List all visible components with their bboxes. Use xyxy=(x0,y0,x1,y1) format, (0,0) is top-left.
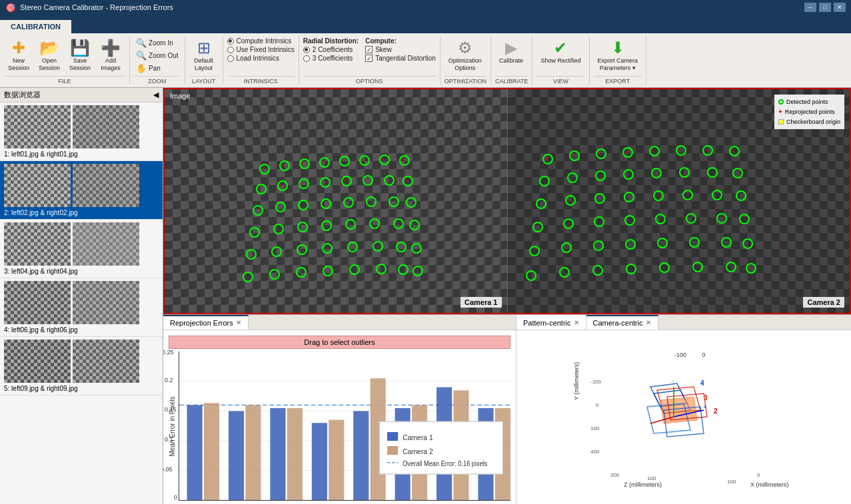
chess-pattern-1r xyxy=(73,105,139,148)
3-coefficients-radio[interactable]: 3 Coefficients xyxy=(303,55,359,62)
maximize-button[interactable]: □ xyxy=(819,3,831,12)
optimization-options-label: OptimizationOptions xyxy=(448,57,482,72)
minimize-button[interactable]: ─ xyxy=(804,3,816,12)
zoom-in-icon: 🔍 xyxy=(136,38,147,48)
chess-pattern-1l xyxy=(4,105,71,148)
2-coefficients-radio[interactable]: 2 Coefficients xyxy=(303,46,359,53)
open-session-button[interactable]: 📂 OpenSession xyxy=(35,37,64,75)
svg-text:+: + xyxy=(341,158,345,164)
svg-text:+: + xyxy=(321,159,325,165)
svg-point-83 xyxy=(595,194,604,203)
svg-point-87 xyxy=(712,190,722,200)
legend-reprojected: + Reprojected points xyxy=(778,107,840,117)
svg-point-79 xyxy=(708,168,717,177)
camera2-background: + + + + + + + + xyxy=(508,89,850,313)
options-group-label: OPTIONS xyxy=(303,76,436,85)
chart-tab-bar: Reprojection Errors ✕ xyxy=(163,315,516,330)
y-label-010: 0.1 xyxy=(165,436,173,443)
svg-text:2: 2 xyxy=(714,407,718,415)
show-rectified-icon: ✔ xyxy=(554,40,567,56)
svg-point-73 xyxy=(540,176,549,186)
list-item[interactable]: 5: left09.jpg & right09.jpg xyxy=(0,337,163,395)
tab-calibration[interactable]: CALIBRATION xyxy=(0,19,71,33)
pair-thumbnails xyxy=(4,105,159,148)
sidebar-collapse-icon[interactable]: ◀ xyxy=(153,91,159,99)
svg-rect-132 xyxy=(270,408,285,501)
list-item[interactable]: 4: left06.jpg & right06.jpg xyxy=(0,278,163,337)
zoom-out-button[interactable]: 🔍 Zoom Out xyxy=(134,50,180,61)
close-button[interactable]: ✕ xyxy=(834,3,846,12)
svg-text:+: + xyxy=(381,156,385,162)
ribbon-group-optimization: ⚙ OptimizationOptions OPTIMIZATION xyxy=(440,36,491,85)
3d-plot-svg: -100 0 Y (millimeters) Z (millimeters) X… xyxy=(570,347,797,493)
sidebar: 数据浏览器 ◀ 1: left01.jpg & right01.jpg xyxy=(0,88,163,504)
skew-checkbox[interactable]: ✓ Skew xyxy=(365,46,436,53)
camera1-svg: + + + + + + + + + + + + xyxy=(165,89,507,313)
svg-point-84 xyxy=(624,192,634,202)
calibrate-button[interactable]: ▶ Calibrate xyxy=(495,37,527,67)
reprojected-label: Reprojected points xyxy=(785,107,835,117)
save-session-icon: 💾 xyxy=(70,40,90,56)
options-section: Radial Distortion: 2 Coefficients 3 Coef… xyxy=(303,37,436,62)
compute-intrinsics-radio[interactable]: Compute Intrinsics xyxy=(227,37,295,45)
svg-point-112 xyxy=(746,264,756,273)
skew-label: Skew xyxy=(375,46,391,53)
new-session-button[interactable]: ✚ NewSession xyxy=(4,37,33,75)
svg-text:+: + xyxy=(544,156,547,162)
tab-reprojection-errors[interactable]: Reprojection Errors ✕ xyxy=(163,315,249,330)
list-item[interactable]: 3: left04.jpg & right04.jpg xyxy=(0,220,163,278)
tab-camera-centric[interactable]: Camera-centric ✕ xyxy=(586,315,658,330)
export-camera-params-button[interactable]: ⬇ Export CameraParameters ▾ xyxy=(594,37,642,75)
pair-thumbnails xyxy=(4,222,159,266)
thumb-right-3 xyxy=(73,222,139,266)
pan-button[interactable]: ✋ Pan xyxy=(134,63,180,74)
reprojection-errors-tab-close[interactable]: ✕ xyxy=(236,319,241,326)
show-rectified-button[interactable]: ✔ Show Rectified xyxy=(536,37,584,67)
default-layout-button[interactable]: ⊞ DefaultLayout xyxy=(189,37,219,75)
ribbon-group-intrinsics: Compute Intrinsics Use Fixed Intrinsics … xyxy=(223,36,299,85)
radial-distortion-title: Radial Distortion: xyxy=(303,37,359,45)
2-coeff-label: 2 Coefficients xyxy=(313,46,353,53)
3-coeff-radio-circle xyxy=(303,55,310,62)
load-intrinsics-radio[interactable]: Load Intrinsics xyxy=(227,55,295,62)
list-item[interactable]: 1: left01.jpg & right01.jpg xyxy=(0,103,163,161)
optimization-options-button[interactable]: ⚙ OptimizationOptions xyxy=(444,37,486,75)
sidebar-header: 数据浏览器 ◀ xyxy=(0,88,163,103)
svg-point-88 xyxy=(736,191,746,200)
svg-text:+: + xyxy=(322,179,325,185)
svg-point-111 xyxy=(726,262,736,272)
svg-text:0: 0 xyxy=(596,402,599,408)
image-area: Image xyxy=(163,88,851,314)
camera-centric-close[interactable]: ✕ xyxy=(646,319,651,326)
add-images-button[interactable]: ➕ AddImages xyxy=(96,37,125,75)
reprojected-dot: + xyxy=(778,107,782,117)
svg-text:Y (millimeters): Y (millimeters) xyxy=(573,362,580,399)
optimization-group-label: OPTIMIZATION xyxy=(444,76,486,85)
tab-pattern-centric[interactable]: Pattern-centric ✕ xyxy=(516,315,586,330)
svg-point-40 xyxy=(243,272,253,282)
use-fixed-intrinsics-radio[interactable]: Use Fixed Intrinsics xyxy=(227,46,295,53)
svg-point-22 xyxy=(389,197,399,206)
zoom-in-button[interactable]: 🔍 Zoom In xyxy=(134,37,180,49)
svg-point-28 xyxy=(346,220,355,229)
list-item[interactable]: 2: left02.jpg & right02.jpg xyxy=(0,161,163,220)
tangential-distortion-checkbox[interactable]: ✓ Tangential Distortion xyxy=(365,55,436,62)
pattern-centric-close[interactable]: ✕ xyxy=(574,319,579,326)
svg-text:4: 4 xyxy=(700,379,704,387)
svg-point-24 xyxy=(250,228,259,237)
thumb-right-4 xyxy=(73,281,139,324)
svg-point-109 xyxy=(660,263,669,272)
thumb-right-1 xyxy=(73,105,139,148)
svg-text:+: + xyxy=(624,149,627,155)
zoom-group-label: ZOOM xyxy=(134,76,180,85)
chess-pattern-5r xyxy=(73,340,139,383)
chart-svg: Camera 1 Camera 2 Overall Mean Error: 0.… xyxy=(179,352,510,500)
camera1-label: Camera 1 xyxy=(460,297,502,308)
svg-point-108 xyxy=(626,264,636,274)
view-group-label: VIEW xyxy=(536,76,584,85)
svg-point-78 xyxy=(680,168,689,177)
sidebar-scroll[interactable]: 1: left01.jpg & right01.jpg 2: left02.jp… xyxy=(0,103,163,504)
tangential-label: Tangential Distortion xyxy=(375,55,436,62)
save-session-button[interactable]: 💾 SaveSession xyxy=(65,37,95,75)
2-coeff-radio-circle xyxy=(303,47,310,53)
